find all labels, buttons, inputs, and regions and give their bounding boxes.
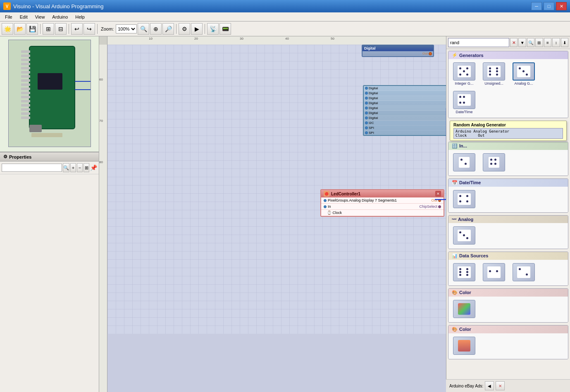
- led-controller-close-button[interactable]: ✕: [435, 191, 441, 197]
- save-button[interactable]: 💾: [26, 23, 38, 35]
- arduino-block-header: Digital: [363, 45, 433, 51]
- comp-datetime[interactable]: Date/Time: [450, 89, 478, 116]
- integer-label: In...: [459, 143, 467, 148]
- svg-rect-20: [31, 133, 62, 137]
- comp-color2-item1[interactable]: [450, 335, 478, 357]
- zoom-out-button[interactable]: 🔎: [162, 23, 174, 35]
- left-panel: ⚙ Properties 🔍 + − ⊞ 📌: [0, 36, 99, 392]
- new-button[interactable]: 🌟: [2, 23, 13, 35]
- zoom-select[interactable]: 100% 50% 75% 125% 150% 200%: [116, 24, 137, 33]
- comp-dt-item1[interactable]: [450, 188, 478, 211]
- comp-integer-g-label: Integer G...: [455, 81, 473, 86]
- comp-color-item1-icon: [453, 300, 475, 318]
- comp-ds-item2-icon: [483, 263, 505, 281]
- search-options-btn2[interactable]: ≡: [544, 38, 551, 47]
- section-integer: 🔢 In...: [448, 142, 568, 176]
- search-options-btn1[interactable]: ⊞: [535, 38, 543, 47]
- main-layout: ⚙ Properties 🔍 + − ⊞ 📌 10 20 30 40 50: [0, 36, 570, 392]
- led-port-clock: ⌚ Clock: [321, 210, 444, 216]
- open-button[interactable]: 📂: [14, 23, 26, 35]
- svg-rect-5: [21, 67, 30, 69]
- comp-int-item2-icon: [483, 153, 505, 171]
- search-icon-btn[interactable]: 🔍: [527, 38, 534, 47]
- led-controller-header: 🔴 LedController1 ✕: [321, 190, 444, 197]
- led-controller-block[interactable]: 🔴 LedController1 ✕ PixelGroups.Analog Di…: [320, 189, 444, 217]
- ruler-mark-30: 30: [240, 36, 243, 40]
- svg-rect-2: [21, 55, 30, 57]
- ruler-mark-20: 20: [194, 36, 198, 40]
- grid-button[interactable]: ⊞: [43, 23, 54, 35]
- comp-ds-item1[interactable]: [450, 261, 478, 284]
- minimize-button[interactable]: ─: [531, 2, 542, 10]
- comp-analog-item1-icon: [453, 226, 475, 245]
- svg-rect-9: [21, 83, 30, 86]
- serial-button[interactable]: 📟: [219, 23, 231, 35]
- prop-grid-btn[interactable]: ⊞: [83, 163, 89, 172]
- window-controls: ─ □ ✕: [531, 2, 567, 10]
- svg-rect-8: [21, 79, 30, 82]
- comp-int-item2[interactable]: [480, 152, 508, 174]
- search-options-btn3[interactable]: ↕: [552, 38, 560, 47]
- search-dropdown-button[interactable]: ▼: [518, 38, 526, 47]
- comp-ds-item2[interactable]: [480, 261, 508, 284]
- port-row-18: Digital Digital[ 18 ]/AnalogIn[ 4 ] Out: [364, 111, 446, 116]
- svg-rect-12: [21, 96, 30, 98]
- ads-back-button[interactable]: ◀: [485, 381, 494, 390]
- comp-integer-g[interactable]: Integer G...: [450, 61, 478, 88]
- port-row-19: Digital Digital[ 19 ]/AnalogIn[ 5 ] Out: [364, 116, 446, 121]
- search-clear-button[interactable]: ✕: [510, 38, 518, 47]
- svg-rect-7: [21, 75, 30, 78]
- svg-rect-3: [21, 59, 30, 61]
- toolbar-separator-2: [69, 24, 69, 34]
- section-data-sources: 📊 Data Sources: [448, 252, 568, 286]
- comp-ds-item3[interactable]: [510, 261, 538, 284]
- compile-button[interactable]: ⚙: [179, 23, 190, 35]
- menu-edit[interactable]: Edit: [17, 14, 31, 20]
- menu-help[interactable]: Help: [72, 14, 88, 20]
- title-bar: V Visuino - Visual Arduino Programming ─…: [0, 0, 570, 12]
- comp-analog-item1[interactable]: [450, 225, 478, 247]
- comp-color-item1[interactable]: [450, 298, 478, 321]
- prop-search-btn[interactable]: 🔍: [63, 163, 69, 172]
- svg-rect-18: [38, 73, 62, 90]
- search-bar: ✕ ▼ 🔍 ⊞ ≡ ↕ ⬇: [446, 36, 570, 49]
- ruler-mark-40: 40: [285, 36, 289, 40]
- zoom-in-button[interactable]: 🔍: [138, 23, 149, 35]
- svg-rect-4: [21, 63, 30, 65]
- maximize-button[interactable]: □: [544, 2, 554, 10]
- close-button[interactable]: ✕: [556, 2, 567, 10]
- menu-file[interactable]: File: [2, 14, 16, 20]
- properties-search[interactable]: [2, 164, 62, 172]
- prop-collapse-btn[interactable]: −: [77, 163, 83, 172]
- redo-button[interactable]: ↪: [83, 23, 95, 35]
- comp-int-item1[interactable]: [450, 152, 478, 174]
- menu-view[interactable]: View: [32, 14, 48, 20]
- canvas-scroll[interactable]: Digital Out Digital Digital: [107, 45, 446, 392]
- prop-expand-btn[interactable]: +: [70, 163, 76, 172]
- right-panel: ✕ ▼ 🔍 ⊞ ≡ ↕ ⬇ ⚡ Generators: [446, 36, 570, 392]
- ruler-mark-10: 10: [149, 36, 153, 40]
- menu-arduino[interactable]: Arduino: [49, 14, 71, 20]
- color-icon: 🎨: [452, 290, 458, 295]
- properties-panel: ⚙ Properties 🔍 + − ⊞ 📌: [0, 152, 99, 392]
- comp-analog-g[interactable]: Analog G...: [510, 61, 538, 88]
- section-color-header: 🎨 Color: [448, 289, 568, 297]
- ruler-vertical: 60 70 80: [99, 45, 107, 392]
- color2-label: Color: [459, 327, 471, 332]
- ads-close-button[interactable]: ✕: [496, 381, 505, 390]
- ads-label: Arduino eBay Ads:: [449, 384, 483, 388]
- arduino-ports-block[interactable]: Digital Digital[ 13 ] Out Digital Digita…: [363, 85, 446, 136]
- section-analog: 〰 Analog: [448, 215, 568, 249]
- ruler-horizontal: 10 20 30 40 50: [107, 36, 446, 45]
- comp-int-item1-icon: [453, 153, 475, 171]
- zoom-fit-button[interactable]: ⊕: [150, 23, 162, 35]
- bluetooth-button[interactable]: 📡: [207, 23, 219, 35]
- snap-button[interactable]: ⊟: [55, 23, 67, 35]
- arduino-block[interactable]: Digital Out: [362, 45, 434, 57]
- comp-unsigned[interactable]: Unsigned...: [480, 61, 508, 88]
- undo-button[interactable]: ↩: [71, 23, 83, 35]
- datetime2-icon: 📅: [452, 180, 458, 185]
- component-search-input[interactable]: [448, 38, 509, 47]
- upload-button[interactable]: ▶: [191, 23, 203, 35]
- search-options-btn4[interactable]: ⬇: [561, 38, 568, 47]
